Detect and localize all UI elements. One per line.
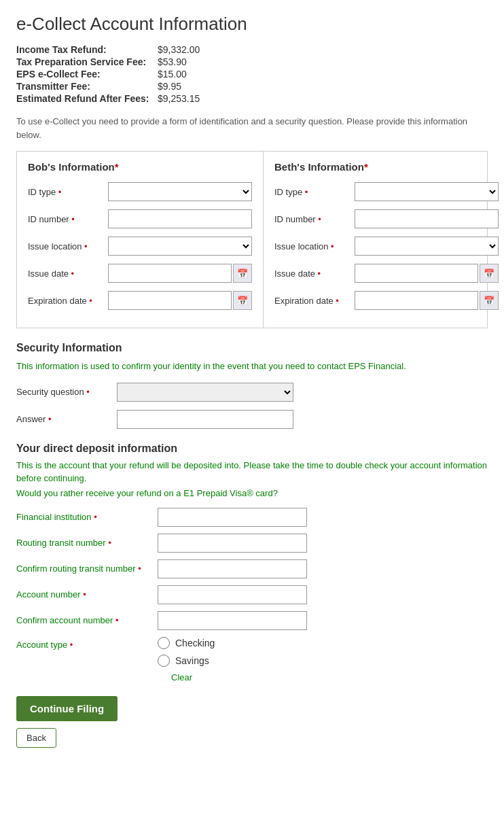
bobs-issue-date-calendar-button[interactable]: 📅 (233, 264, 252, 283)
confirm-routing-row: Confirm routing transit number • (16, 559, 488, 578)
bobs-id-number-label: ID number • (28, 214, 103, 224)
direct-deposit-title: Your direct deposit information (16, 443, 488, 455)
account-number-label: Account number • (16, 589, 152, 600)
confirm-account-label: Confirm account number • (16, 615, 152, 625)
checking-option[interactable]: Checking (158, 637, 215, 649)
bobs-issue-date-label: Issue date • (28, 268, 103, 279)
calendar-icon-4: 📅 (484, 296, 494, 306)
fee-label-2: Tax Preparation Service Fee: (16, 56, 152, 67)
bobs-id-type-row: ID type • (28, 182, 252, 201)
beths-issue-date-wrap: 📅 (355, 264, 499, 283)
account-type-row: Account type • Checking Savings (16, 637, 488, 667)
intro-text: To use e-Collect you need to provide a f… (16, 115, 488, 141)
beths-issue-date-calendar-button[interactable]: 📅 (480, 264, 499, 283)
beths-expiration-date-label: Expiration date • (274, 296, 349, 306)
bobs-expiration-date-label: Expiration date • (28, 296, 103, 306)
bobs-panel-title: Bob's Information* (28, 161, 252, 173)
checking-label: Checking (175, 638, 215, 648)
direct-deposit-section: Your direct deposit information This is … (16, 443, 488, 682)
bobs-expiration-date-calendar-button[interactable]: 📅 (233, 291, 252, 310)
beths-expiration-date-input[interactable] (355, 291, 478, 310)
checking-radio[interactable] (158, 637, 170, 649)
fee-label-5: Estimated Refund After Fees: (16, 93, 152, 104)
fee-label-1: Income Tax Refund: (16, 44, 152, 55)
beths-issue-location-label: Issue location • (274, 241, 349, 252)
bobs-id-number-row: ID number • (28, 209, 252, 228)
bobs-expiration-date-row: Expiration date • 📅 (28, 291, 252, 310)
fee-value-3: $15.00 (158, 69, 187, 80)
security-question-select[interactable] (117, 383, 293, 402)
continue-filing-button[interactable]: Continue Filing (16, 696, 118, 721)
calendar-icon-3: 📅 (484, 268, 494, 279)
fee-label-3: EPS e-Collect Fee: (16, 69, 152, 80)
fee-value-1: $9,332.00 (158, 44, 200, 55)
account-number-row: Account number • (16, 585, 488, 604)
beths-id-type-label: ID type • (274, 187, 349, 197)
beths-id-number-row: ID number • (274, 209, 499, 228)
bobs-issue-date-wrap: 📅 (108, 264, 252, 283)
bobs-id-type-label: ID type • (28, 187, 103, 197)
beths-panel-title: Beth's Information* (274, 161, 499, 173)
bobs-expiration-date-wrap: 📅 (108, 291, 252, 310)
confirm-account-row: Confirm account number • (16, 611, 488, 630)
calendar-icon: 📅 (237, 268, 248, 279)
routing-transit-label: Routing transit number • (16, 538, 152, 548)
savings-label: Savings (175, 655, 209, 666)
beths-id-number-label: ID number • (274, 214, 349, 224)
bobs-expiration-date-input[interactable] (108, 291, 232, 310)
confirm-account-input[interactable] (158, 611, 307, 630)
info-panels: Bob's Information* ID type • ID number •… (16, 151, 488, 328)
security-title: Security Information (16, 342, 488, 354)
financial-institution-row: Financial institution • (16, 508, 488, 527)
fee-value-5: $9,253.15 (158, 93, 200, 104)
beths-expiration-date-row: Expiration date • 📅 (274, 291, 499, 310)
security-description: This information is used to confirm your… (16, 360, 488, 373)
security-answer-row: Answer • (16, 410, 488, 429)
clear-link[interactable]: Clear (171, 672, 488, 682)
beths-issue-date-label: Issue date • (274, 268, 349, 279)
bobs-id-type-select[interactable] (108, 182, 252, 201)
account-number-input[interactable] (158, 585, 307, 604)
beths-id-number-input[interactable] (355, 209, 499, 228)
direct-deposit-description: This is the account that your refund wil… (16, 459, 488, 485)
bobs-issue-location-select[interactable] (108, 237, 252, 256)
savings-radio[interactable] (158, 655, 170, 667)
beths-issue-location-row: Issue location • (274, 237, 499, 256)
fee-value-2: $53.90 (158, 56, 187, 67)
beths-id-type-row: ID type • (274, 182, 499, 201)
bobs-issue-date-row: Issue date • 📅 (28, 264, 252, 283)
account-type-label: Account type • (16, 637, 152, 650)
bobs-issue-location-row: Issue location • (28, 237, 252, 256)
beths-issue-date-input[interactable] (355, 264, 478, 283)
visa-card-link[interactable]: Would you rather receive your refund on … (16, 488, 488, 498)
security-answer-input[interactable] (117, 410, 293, 429)
security-question-row: Security question • (16, 383, 488, 402)
savings-option[interactable]: Savings (158, 655, 215, 667)
financial-institution-input[interactable] (158, 508, 307, 527)
fee-label-4: Transmitter Fee: (16, 81, 152, 92)
bobs-issue-location-label: Issue location • (28, 241, 103, 252)
calendar-icon-2: 📅 (237, 296, 248, 306)
beths-expiration-date-wrap: 📅 (355, 291, 499, 310)
routing-transit-row: Routing transit number • (16, 534, 488, 553)
routing-transit-input[interactable] (158, 534, 307, 553)
fee-table: Income Tax Refund: $9,332.00 Tax Prepara… (16, 44, 488, 104)
page-title: e-Collect Account Information (16, 14, 488, 35)
confirm-routing-input[interactable] (158, 559, 307, 578)
account-type-radio-group: Checking Savings (158, 637, 215, 667)
security-question-label: Security question • (16, 387, 111, 397)
bobs-issue-date-input[interactable] (108, 264, 232, 283)
security-section: Security Information This information is… (16, 342, 488, 429)
fee-value-4: $9.95 (158, 81, 181, 92)
beths-id-type-select[interactable] (355, 182, 499, 201)
beths-panel: Beth's Information* ID type • ID number … (264, 152, 504, 328)
beths-expiration-date-calendar-button[interactable]: 📅 (480, 291, 499, 310)
confirm-routing-label: Confirm routing transit number • (16, 564, 152, 574)
financial-institution-label: Financial institution • (16, 512, 152, 522)
bobs-panel: Bob's Information* ID type • ID number •… (17, 152, 264, 328)
beths-issue-date-row: Issue date • 📅 (274, 264, 499, 283)
back-button[interactable]: Back (16, 728, 56, 748)
security-answer-label: Answer • (16, 414, 111, 424)
beths-issue-location-select[interactable] (355, 237, 499, 256)
bobs-id-number-input[interactable] (108, 209, 252, 228)
